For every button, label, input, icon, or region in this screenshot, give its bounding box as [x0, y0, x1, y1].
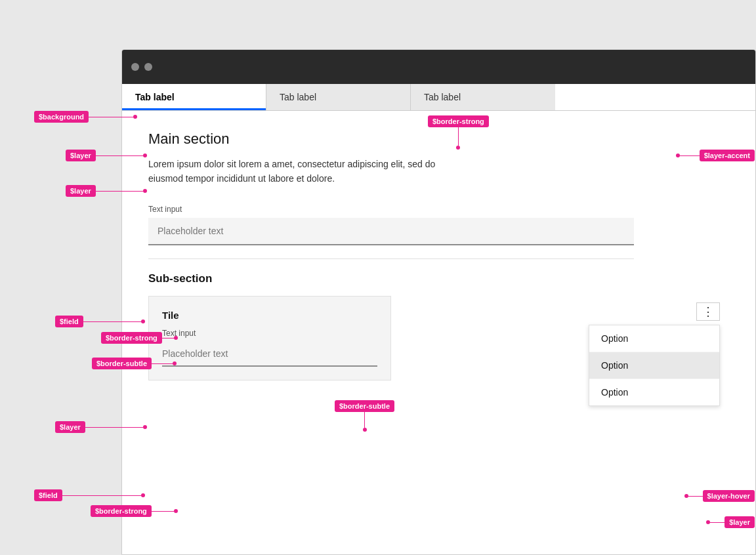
annotation-border-strong-2: $border-strong: [101, 332, 178, 344]
text-input[interactable]: [148, 218, 634, 245]
annotation-tag-layer-3: $layer: [55, 421, 85, 433]
annotation-dot-border-subtle-2: [363, 428, 367, 432]
annotation-layer-2: $layer: [66, 185, 147, 197]
annotation-tag-layer-2: $layer: [66, 185, 96, 197]
annotation-line-border-strong-top: [458, 127, 459, 146]
annotation-layer-4: $layer: [706, 516, 755, 528]
tab-3-label: Tab label: [424, 92, 461, 102]
annotation-layer-3: $layer: [55, 421, 147, 433]
dropdown-option-2[interactable]: Option: [589, 352, 719, 379]
annotation-line-layer-4: [710, 522, 724, 523]
tab-2[interactable]: Tab label: [266, 84, 411, 110]
annotation-line-border-subtle-2: [364, 412, 365, 428]
annotation-line-layer-accent: [680, 155, 700, 156]
page-wrapper: Tab label Tab label Tab label Main secti…: [0, 0, 756, 555]
annotation-line-border-subtle: [152, 363, 173, 364]
tab-3[interactable]: Tab label: [411, 84, 555, 110]
browser-dot-2: [144, 63, 152, 71]
annotation-line-field-2: [62, 495, 141, 496]
annotation-line-layer-3: [85, 427, 143, 428]
input-border-strong-line: [148, 245, 634, 245]
annotation-line-background: [89, 117, 133, 117]
text-input-wrapper: [148, 218, 729, 245]
annotation-line-field: [83, 321, 141, 322]
annotation-dot-field-2: [141, 493, 145, 497]
annotation-field-2: $field: [34, 489, 145, 501]
annotation-layer-1: $layer: [66, 150, 147, 161]
annotation-tag-border-subtle: $border-subtle: [92, 358, 152, 369]
annotation-line-layer-1: [96, 155, 143, 156]
annotation-dot-border-strong-top: [456, 146, 460, 150]
browser-dot-1: [131, 63, 139, 71]
three-dots-button[interactable]: ⋮: [696, 302, 720, 321]
tile: Tile Text input: [148, 296, 391, 380]
tabs-bar: Tab label Tab label Tab label: [122, 84, 755, 111]
annotation-dot-field: [141, 319, 145, 323]
annotation-dot-border-strong-3: [174, 509, 178, 513]
annotation-layer-hover: $layer-hover: [684, 490, 755, 502]
dropdown-option-1[interactable]: Option: [589, 325, 719, 352]
annotation-field: $field: [55, 316, 145, 327]
tab-1-label: Tab label: [135, 92, 175, 102]
dropdown-area: ⋮ Option Option Option: [486, 296, 729, 327]
tile-title: Tile: [162, 310, 377, 321]
tab-1[interactable]: Tab label: [122, 84, 266, 110]
annotation-dot-layer-2: [143, 189, 147, 193]
dropdown-option-3[interactable]: Option: [589, 379, 719, 405]
tab-2-label: Tab label: [280, 92, 316, 102]
dropdown-menu: Option Option Option: [589, 325, 720, 406]
annotation-dot-border-strong-2: [174, 336, 178, 340]
annotation-line-layer-hover: [688, 496, 703, 497]
sub-section-title: Sub-section: [148, 272, 729, 285]
annotation-line-layer-2: [96, 191, 143, 192]
annotation-tag-background: $background: [34, 111, 89, 123]
annotation-tag-border-strong-3: $border-strong: [91, 505, 152, 517]
annotation-tag-field-2: $field: [34, 489, 62, 501]
annotation-border-strong-3: $border-strong: [91, 505, 178, 517]
annotation-tag-field: $field: [55, 316, 83, 327]
annotation-tag-border-subtle-2: $border-subtle: [335, 400, 394, 412]
annotation-background: $background: [34, 111, 137, 123]
tile-input-border-strong: [162, 366, 377, 367]
browser-titlebar: [122, 50, 755, 84]
annotation-layer-accent: $layer-accent: [676, 150, 755, 161]
annotation-border-subtle-2: $border-subtle: [335, 400, 394, 432]
annotation-dot-layer-1: [143, 154, 147, 157]
annotation-tag-layer-1: $layer: [66, 150, 96, 161]
annotation-border-subtle: $border-subtle: [92, 358, 177, 369]
annotation-dot-background: [133, 115, 137, 119]
main-content: Main section Lorem ipsum dolor sit lorem…: [122, 111, 755, 400]
annotation-tag-layer-4: $layer: [724, 516, 755, 528]
annotation-dot-border-subtle: [173, 361, 177, 365]
annotation-line-border-strong-2: [162, 338, 174, 339]
annotation-dot-layer-3: [143, 425, 147, 429]
dropdown-trigger: ⋮: [486, 296, 729, 327]
text-input-label: Text input: [148, 205, 729, 214]
tile-input-label: Text input: [162, 329, 377, 338]
main-section-body: Lorem ipsum dolor sit lorem a amet, cons…: [148, 157, 450, 186]
annotation-line-border-strong-3: [152, 511, 174, 512]
annotation-tag-layer-accent: $layer-accent: [700, 150, 755, 161]
tiles-row: Tile Text input ⋮ Option Option O: [148, 296, 729, 380]
annotation-tag-layer-hover: $layer-hover: [703, 490, 755, 502]
annotation-border-strong-top: $border-strong: [428, 115, 489, 150]
input-border-subtle-line: [148, 258, 634, 259]
annotation-tag-border-strong-top: $border-strong: [428, 115, 489, 127]
annotation-tag-border-strong-2: $border-strong: [101, 332, 162, 344]
tile-text-input[interactable]: [162, 342, 377, 366]
